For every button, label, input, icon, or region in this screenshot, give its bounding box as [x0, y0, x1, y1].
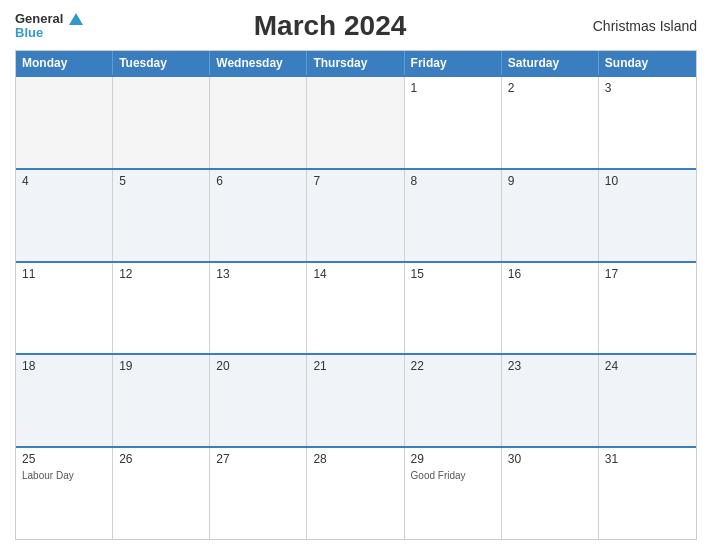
cal-cell-2-1: 12: [113, 263, 210, 354]
day-number: 17: [605, 267, 690, 281]
col-wednesday: Wednesday: [210, 51, 307, 75]
day-number: 22: [411, 359, 495, 373]
day-number: 7: [313, 174, 397, 188]
day-number: 23: [508, 359, 592, 373]
holiday-label: Labour Day: [22, 470, 74, 481]
cal-cell-3-5: 23: [502, 355, 599, 446]
col-monday: Monday: [16, 51, 113, 75]
logo: General Blue: [15, 12, 83, 41]
day-number: 20: [216, 359, 300, 373]
cal-cell-3-2: 20: [210, 355, 307, 446]
day-number: 6: [216, 174, 300, 188]
page-title: March 2024: [83, 10, 577, 42]
page-header: General Blue March 2024 Christmas Island: [15, 10, 697, 42]
day-number: 5: [119, 174, 203, 188]
cal-cell-3-1: 19: [113, 355, 210, 446]
day-number: 30: [508, 452, 592, 466]
cal-cell-2-6: 17: [599, 263, 696, 354]
cal-cell-4-4: 29Good Friday: [405, 448, 502, 539]
cal-cell-0-2: [210, 77, 307, 168]
cal-cell-3-6: 24: [599, 355, 696, 446]
day-number: 18: [22, 359, 106, 373]
col-tuesday: Tuesday: [113, 51, 210, 75]
col-thursday: Thursday: [307, 51, 404, 75]
holiday-label: Good Friday: [411, 470, 466, 481]
day-number: 15: [411, 267, 495, 281]
cal-cell-4-2: 27: [210, 448, 307, 539]
day-number: 16: [508, 267, 592, 281]
day-number: 14: [313, 267, 397, 281]
cal-cell-4-3: 28: [307, 448, 404, 539]
cal-row-2: 45678910: [16, 168, 696, 261]
cal-row-5: 25Labour Day26272829Good Friday3031: [16, 446, 696, 539]
day-number: 31: [605, 452, 690, 466]
logo-triangle-icon: [69, 13, 83, 25]
logo-general: General: [15, 11, 63, 26]
cal-cell-1-0: 4: [16, 170, 113, 261]
day-number: 2: [508, 81, 592, 95]
day-number: 4: [22, 174, 106, 188]
cal-cell-4-6: 31: [599, 448, 696, 539]
cal-cell-1-6: 10: [599, 170, 696, 261]
day-number: 13: [216, 267, 300, 281]
calendar-body: 1234567891011121314151617181920212223242…: [16, 75, 696, 539]
cal-cell-3-4: 22: [405, 355, 502, 446]
day-number: 8: [411, 174, 495, 188]
day-number: 12: [119, 267, 203, 281]
col-friday: Friday: [405, 51, 502, 75]
day-number: 28: [313, 452, 397, 466]
cal-row-1: 123: [16, 75, 696, 168]
cal-cell-4-1: 26: [113, 448, 210, 539]
calendar-header: Monday Tuesday Wednesday Thursday Friday…: [16, 51, 696, 75]
cal-cell-2-5: 16: [502, 263, 599, 354]
day-number: 24: [605, 359, 690, 373]
cal-cell-0-4: 1: [405, 77, 502, 168]
cal-cell-1-3: 7: [307, 170, 404, 261]
cal-cell-2-3: 14: [307, 263, 404, 354]
calendar-grid: Monday Tuesday Wednesday Thursday Friday…: [15, 50, 697, 540]
cal-cell-3-0: 18: [16, 355, 113, 446]
cal-cell-4-5: 30: [502, 448, 599, 539]
col-sunday: Sunday: [599, 51, 696, 75]
cal-cell-2-2: 13: [210, 263, 307, 354]
col-saturday: Saturday: [502, 51, 599, 75]
day-number: 1: [411, 81, 495, 95]
cal-cell-0-3: [307, 77, 404, 168]
cal-cell-0-1: [113, 77, 210, 168]
cal-cell-1-1: 5: [113, 170, 210, 261]
day-number: 10: [605, 174, 690, 188]
cal-cell-0-0: [16, 77, 113, 168]
logo-blue: Blue: [15, 25, 43, 40]
day-number: 11: [22, 267, 106, 281]
cal-cell-3-3: 21: [307, 355, 404, 446]
cal-row-4: 18192021222324: [16, 353, 696, 446]
cal-cell-1-2: 6: [210, 170, 307, 261]
day-number: 19: [119, 359, 203, 373]
day-number: 21: [313, 359, 397, 373]
cal-cell-2-4: 15: [405, 263, 502, 354]
location-label: Christmas Island: [577, 18, 697, 34]
day-number: 3: [605, 81, 690, 95]
calendar-page: General Blue March 2024 Christmas Island…: [0, 0, 712, 550]
cal-cell-1-5: 9: [502, 170, 599, 261]
day-number: 27: [216, 452, 300, 466]
cal-cell-1-4: 8: [405, 170, 502, 261]
logo-text: General Blue: [15, 12, 83, 41]
cal-cell-4-0: 25Labour Day: [16, 448, 113, 539]
cal-cell-0-5: 2: [502, 77, 599, 168]
day-number: 9: [508, 174, 592, 188]
day-number: 29: [411, 452, 495, 466]
day-number: 26: [119, 452, 203, 466]
day-number: 25: [22, 452, 106, 466]
cal-cell-0-6: 3: [599, 77, 696, 168]
cal-cell-2-0: 11: [16, 263, 113, 354]
cal-row-3: 11121314151617: [16, 261, 696, 354]
